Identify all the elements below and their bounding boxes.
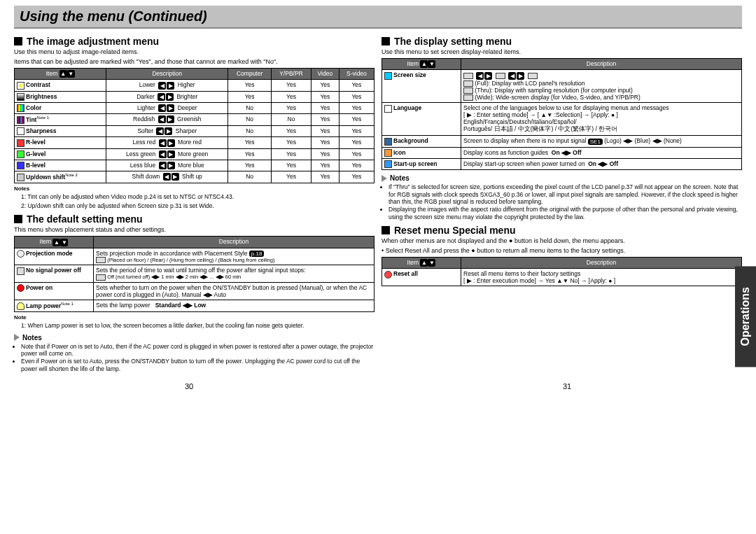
table-row: Lamp powerNote 1Sets the lamp power Stan… <box>15 300 374 311</box>
table-row: Power onSets whether to turn on the powe… <box>15 282 374 300</box>
col-video: Video <box>311 69 339 80</box>
right-column: The display setting menu Use this menu t… <box>382 31 742 372</box>
t2-col-item: Item ▲▼ <box>15 237 94 248</box>
sec1-intro1: Use this menu to adjust image-related it… <box>14 48 374 55</box>
col-ypbpr: Y/PB/PR <box>272 69 312 80</box>
reset-table: Item ▲▼ Description Reset all Reset all … <box>382 257 742 286</box>
table-row: B-level Less blue ◀▶ More blue YesYesYes… <box>15 160 374 171</box>
page-title: Using the menu (Continued) <box>14 6 742 29</box>
table-row: No signal power offSets the period of ti… <box>15 265 374 283</box>
sec-display-setting: The display setting menu <box>394 36 512 47</box>
sec-default-setting: The default setting menu <box>27 213 143 225</box>
table-row: Projection modeSets projection mode in a… <box>15 248 374 265</box>
reset-desc: Reset all menu items to their factory se… <box>463 270 739 277</box>
table-row: TintNote 1 Reddish ◀▶ Greenish NoNoYesYe… <box>15 114 374 126</box>
table-row: Color Lighter ◀▶ Deeper NoYesYesYes <box>15 102 374 113</box>
table-row: Start-up screenDisplay start-up screen w… <box>382 158 742 169</box>
reset-intro1: When other menus are not displayed and t… <box>382 237 742 244</box>
t2-col-desc: Description <box>94 237 374 248</box>
image-adjust-table: Item ▲▼ Description Computer Y/PB/PR Vid… <box>14 68 374 183</box>
sec1r-intro: Use this menu to set screen display-rela… <box>382 48 742 55</box>
note-item: Displaying the images with the aspect ra… <box>388 206 742 220</box>
col-comp: Computer <box>228 69 272 80</box>
note-2: 2: Up/down shift can only be adjusted wh… <box>21 202 374 210</box>
notes-label-c: Notes <box>22 334 42 342</box>
table-row: Screen size ◀▶ ◀▶ (Full): Display with L… <box>382 70 742 103</box>
note-item: If "Thru" is selected for screen size, p… <box>388 183 742 206</box>
table-row: LanguageSelect one of the languages belo… <box>382 103 742 136</box>
notes-r-label: Notes <box>390 174 410 182</box>
table-row: G-level Less green ◀▶ More green YesYesY… <box>15 148 374 160</box>
table-row: Contrast Lower ◀▶ Higher YesYesYesYes <box>15 80 374 91</box>
left-column: The image adjustment menu Use this menu … <box>14 31 374 372</box>
page-num-right: 31 <box>563 382 571 391</box>
table-row: R-level Less red ◀▶ More red YesYesYesYe… <box>15 137 374 148</box>
sec-reset: Reset menu Special menu <box>394 225 516 236</box>
default-setting-table: Item ▲▼ Description Projection modeSets … <box>14 236 374 312</box>
reset-intro2: • Select Reset All and press the ● butto… <box>382 247 742 254</box>
table-row: IconDisplay icons as function guides On … <box>382 147 742 158</box>
note-b: 1: When Lamp power is set to low, the sc… <box>21 322 374 330</box>
table-row: BackgroundScreen to display when there i… <box>382 136 742 147</box>
reset-all-label: Reset all <box>393 270 418 277</box>
page-num-left: 30 <box>185 382 193 391</box>
table-row: Sharpness Softer ◀▶ Sharper NoYesYesYes <box>15 126 374 137</box>
reset-hint: [ ▶ : Enter execution mode] → Yes ▲▼ No]… <box>463 277 739 284</box>
sec1-intro2: Items that can be adjusted are marked wi… <box>14 58 374 65</box>
display-setting-table: Item ▲▼ Description Screen size ◀▶ ◀▶ (F… <box>382 58 742 170</box>
table-row: Brightness Darker ◀▶ Brighter YesYesYesY… <box>15 91 374 102</box>
note-item: Even if Power on is set to Auto, press t… <box>21 358 374 372</box>
note-1: 1: Tint can only be adjusted when Video … <box>21 193 374 201</box>
sec2-intro: This menu shows placement status and oth… <box>14 226 374 233</box>
col-desc: Description <box>106 69 228 80</box>
note-label-b: Note <box>14 314 374 321</box>
t4-col-desc: Description <box>461 258 742 269</box>
t4-col-item: Item ▲▼ <box>382 258 461 269</box>
note-item: Note that if Power on is set to Auto, th… <box>21 343 374 358</box>
col-item: Item ▲▼ <box>15 69 106 80</box>
col-svideo: S-video <box>339 69 374 80</box>
t3-col-item: Item ▲▼ <box>382 59 461 70</box>
sec-image-adjust: The image adjustment menu <box>27 36 159 47</box>
table-row: Up/down shiftNote 2 Shift down ◀▶ Shift … <box>15 171 374 183</box>
t3-col-desc: Description <box>461 59 742 70</box>
notes-label-1: Notes <box>14 185 374 192</box>
side-tab-operations: Operations <box>735 266 756 367</box>
